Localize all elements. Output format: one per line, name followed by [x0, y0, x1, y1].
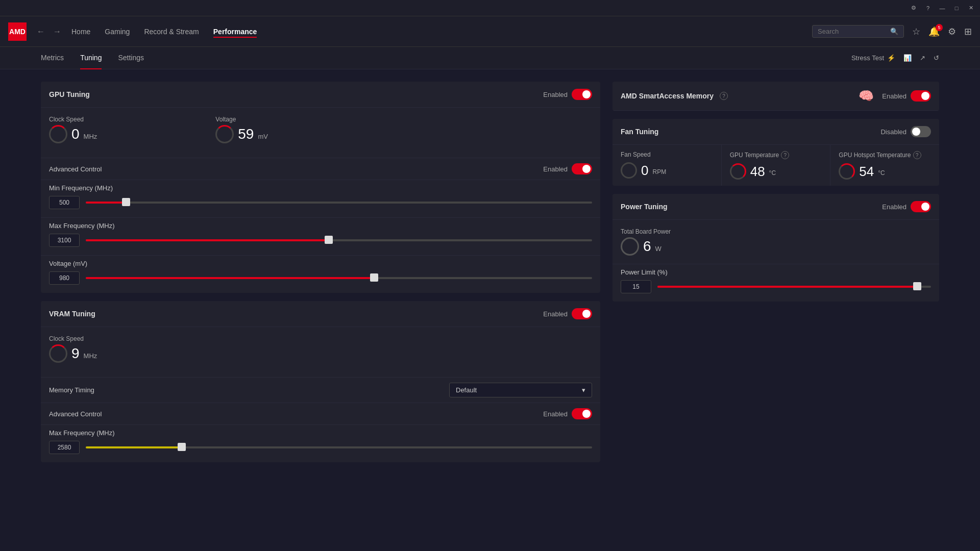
tab-settings[interactable]: Settings — [118, 47, 144, 69]
share-icon[interactable]: ↗ — [920, 54, 925, 62]
left-column: GPU Tuning Enabled Clock Speed 0 MHz — [41, 82, 600, 539]
vram-max-freq-row: Max Frequency (MHz) 2580 — [41, 424, 600, 462]
advanced-control-toggle[interactable] — [572, 163, 592, 174]
power-tuning-enabled-label: Enabled — [882, 203, 906, 211]
gpu-temp-help-icon[interactable]: ? — [781, 151, 789, 159]
nav-home[interactable]: Home — [71, 26, 90, 38]
advanced-control-label: Advanced Control — [49, 165, 102, 173]
vram-max-freq-fill — [86, 446, 182, 448]
min-freq-track[interactable] — [86, 202, 592, 204]
nav-arrows: ← → — [35, 25, 63, 38]
vram-toggle[interactable] — [572, 308, 592, 319]
smart-access-help-icon[interactable]: ? — [720, 92, 728, 100]
fan-tuning-card: Fan Tuning Disabled Fan Speed 0 RPM — [612, 119, 939, 186]
voltage-thumb[interactable] — [370, 273, 378, 282]
gpu-tuning-toggle[interactable] — [572, 89, 592, 100]
gpu-gauges: Clock Speed 0 MHz Voltage 59 mV — [49, 116, 592, 143]
fan-tuning-title: Fan Tuning — [621, 128, 658, 136]
gpu-hotspot-help-icon[interactable]: ? — [913, 151, 921, 159]
close-button[interactable]: ✕ — [966, 3, 976, 13]
gpu-temp-value: 48 — [750, 164, 765, 180]
tab-tuning[interactable]: Tuning — [80, 47, 102, 69]
smart-access-card: AMD SmartAccess Memory ? 🧠 Enabled — [612, 82, 939, 111]
fan-tuning-toggle[interactable] — [911, 126, 931, 137]
voltage-unit: mV — [258, 133, 268, 140]
clock-speed-circle — [49, 125, 67, 143]
gpu-temp-metric: GPU Temperature ? 48 °C — [722, 145, 831, 186]
help-icon[interactable]: ? — [923, 3, 933, 13]
min-freq-thumb[interactable] — [122, 198, 130, 206]
vram-tuning-title: VRAM Tuning — [49, 310, 95, 318]
max-freq-thumb[interactable] — [325, 236, 333, 244]
vram-advanced-toggle-container: Enabled — [543, 408, 592, 419]
stress-test-button[interactable]: Stress Test ⚡ — [851, 54, 895, 62]
nav-record-stream[interactable]: Record & Stream — [144, 26, 199, 38]
voltage-fill — [86, 277, 374, 279]
clock-speed-gauge: Clock Speed 0 MHz — [49, 116, 97, 143]
tab-metrics[interactable]: Metrics — [41, 47, 64, 69]
total-board-power-label: Total Board Power — [621, 228, 931, 235]
back-button[interactable]: ← — [35, 25, 47, 38]
nav-items: Home Gaming Record & Stream Performance — [71, 26, 804, 38]
voltage-value: 59 — [238, 126, 254, 142]
voltage-slider-container: 980 — [49, 271, 592, 285]
min-freq-slider-container: 500 — [49, 196, 592, 209]
vram-clock-circle — [49, 344, 67, 363]
fan-metrics-row: Fan Speed 0 RPM GPU Temperature ? — [612, 145, 939, 186]
voltage-gauge: Voltage 59 mV — [215, 116, 268, 143]
power-tuning-toggle-container: Enabled — [882, 201, 931, 212]
advanced-control-row: Advanced Control Enabled — [41, 158, 600, 180]
gpu-temp-label: GPU Temperature ? — [730, 151, 822, 159]
power-limit-track[interactable] — [657, 286, 931, 288]
power-circle — [621, 237, 639, 256]
dropdown-chevron-icon: ▾ — [582, 386, 585, 394]
vram-max-freq-track[interactable] — [86, 446, 592, 448]
max-freq-track[interactable] — [86, 239, 592, 241]
nav-performance[interactable]: Performance — [213, 26, 257, 38]
gpu-tuning-title: GPU Tuning — [49, 90, 90, 98]
search-box[interactable]: 🔍 — [812, 25, 904, 38]
maximize-button[interactable]: □ — [951, 3, 962, 13]
layout-icon[interactable]: ⊞ — [964, 26, 972, 37]
search-input[interactable] — [818, 28, 886, 35]
min-freq-value: 500 — [49, 196, 80, 209]
vram-clock-label: Clock Speed — [49, 335, 97, 342]
vram-advanced-toggle[interactable] — [572, 408, 592, 419]
clock-speed-unit: MHz — [84, 133, 97, 140]
memory-timing-dropdown[interactable]: Default ▾ — [449, 383, 592, 397]
fan-speed-unit: RPM — [652, 168, 666, 176]
refresh-icon[interactable]: ↺ — [934, 54, 939, 62]
power-limit-container: 15 — [621, 280, 931, 293]
forward-button[interactable]: → — [51, 25, 63, 38]
power-tuning-card: Power Tuning Enabled Total Board Power 6… — [612, 194, 939, 302]
vram-enabled-label: Enabled — [543, 310, 568, 318]
fan-tuning-toggle-container: Disabled — [880, 126, 931, 137]
fan-speed-metric: Fan Speed 0 RPM — [612, 145, 722, 186]
minimize-button[interactable]: — — [937, 3, 947, 13]
vram-tuning-header: VRAM Tuning Enabled — [41, 301, 600, 327]
gpu-hotspot-unit: °C — [878, 169, 885, 177]
settings-icon[interactable]: ⚙ — [948, 26, 956, 37]
smart-access-toggle[interactable] — [911, 90, 931, 102]
stress-test-icon: ⚡ — [887, 54, 895, 62]
vram-max-freq-thumb[interactable] — [178, 443, 186, 451]
export-icon[interactable]: 📊 — [903, 54, 912, 62]
memory-timing-value: Default — [456, 386, 477, 394]
total-board-power-gauge: Total Board Power 6 W — [621, 228, 931, 256]
smart-access-title: AMD SmartAccess Memory — [621, 92, 714, 100]
search-icon: 🔍 — [890, 28, 898, 35]
notifications-icon[interactable]: 🔔 5 — [928, 26, 940, 37]
gpu-tuning-body: Clock Speed 0 MHz Voltage 59 mV — [41, 108, 600, 158]
advanced-control-enabled: Enabled — [543, 165, 568, 173]
power-limit-thumb[interactable] — [913, 282, 921, 290]
fan-speed-circle — [621, 162, 637, 179]
nav-gaming[interactable]: Gaming — [105, 26, 130, 38]
vram-max-freq-container: 2580 — [49, 441, 592, 454]
power-limit-label: Power Limit (%) — [621, 268, 931, 276]
favorites-icon[interactable]: ☆ — [912, 26, 920, 37]
voltage-label: Voltage — [215, 116, 268, 123]
voltage-track[interactable] — [86, 277, 592, 279]
memory-timing-row: Memory Timing Default ▾ — [41, 377, 600, 403]
power-tuning-toggle[interactable] — [911, 201, 931, 212]
fan-speed-value: 0 — [641, 163, 648, 179]
